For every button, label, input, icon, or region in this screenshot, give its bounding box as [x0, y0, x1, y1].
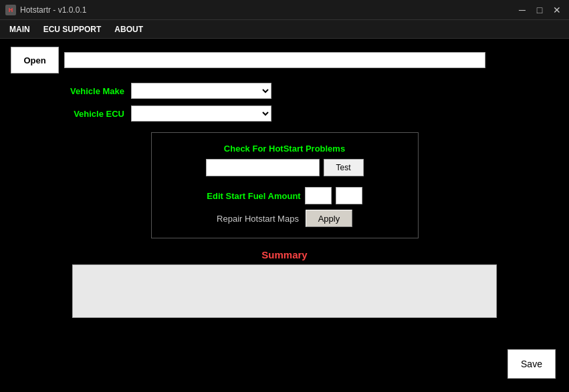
maximize-button[interactable]: □: [533, 3, 546, 17]
title-bar: H Hotstartr - v1.0.0.1 ─ □ ✕: [0, 0, 569, 20]
check-row: Test: [206, 159, 364, 176]
check-section: Check For HotStart Problems Test: [162, 144, 407, 176]
repair-row: Repair Hotstart Maps Apply: [217, 210, 352, 227]
app-icon: H: [5, 5, 16, 15]
menu-bar: MAIN ECU SUPPORT ABOUT: [0, 20, 569, 39]
edit-label: Edit Start Fuel Amount: [207, 191, 300, 201]
vehicle-ecu-label: Vehicle ECU: [51, 109, 124, 119]
summary-section: Summary: [11, 249, 558, 318]
save-button[interactable]: Save: [507, 349, 556, 379]
vehicle-make-label: Vehicle Make: [51, 86, 124, 96]
check-input[interactable]: [206, 159, 320, 176]
main-content: Open Vehicle Make Vehicle ECU Check For …: [0, 39, 569, 331]
edit-row: Edit Start Fuel Amount: [207, 187, 362, 204]
check-label: Check For HotStart Problems: [224, 144, 345, 154]
edit-input-2[interactable]: [336, 187, 362, 204]
vehicle-make-row: Vehicle Make: [51, 83, 558, 99]
vehicle-ecu-row: Vehicle ECU: [51, 106, 558, 122]
test-button[interactable]: Test: [324, 159, 364, 176]
vehicle-make-select[interactable]: [131, 83, 271, 99]
menu-item-ecu-support[interactable]: ECU SUPPORT: [37, 22, 108, 37]
minimize-button[interactable]: ─: [516, 3, 529, 17]
menu-item-about[interactable]: ABOUT: [108, 22, 150, 37]
repair-label: Repair Hotstart Maps: [217, 214, 299, 224]
vehicle-ecu-select[interactable]: [131, 106, 271, 122]
apply-button[interactable]: Apply: [306, 210, 352, 227]
title-bar-left: H Hotstartr - v1.0.0.1: [5, 5, 86, 15]
file-path-input[interactable]: [64, 52, 485, 68]
close-button[interactable]: ✕: [550, 3, 564, 17]
edit-section: Edit Start Fuel Amount Repair Hotstart M…: [162, 187, 407, 227]
title-bar-controls: ─ □ ✕: [516, 3, 564, 17]
title-text: Hotstartr - v1.0.0.1: [20, 5, 86, 15]
vehicle-section: Vehicle Make Vehicle ECU: [51, 83, 558, 122]
panel: Check For HotStart Problems Test Edit St…: [151, 132, 419, 238]
open-button[interactable]: Open: [11, 47, 59, 73]
open-bar: Open: [11, 47, 558, 73]
menu-item-main[interactable]: MAIN: [3, 22, 37, 37]
edit-input-1[interactable]: [305, 187, 332, 204]
summary-title: Summary: [11, 249, 558, 260]
summary-box: [72, 264, 497, 318]
